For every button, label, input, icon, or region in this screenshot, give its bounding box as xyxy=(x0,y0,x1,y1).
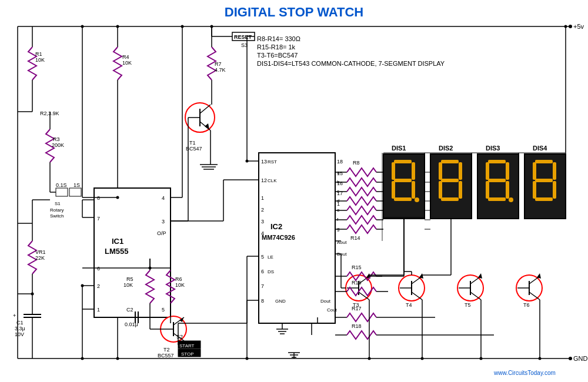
svg-text:3: 3 xyxy=(261,219,264,224)
svg-text:1: 1 xyxy=(97,307,100,313)
svg-point-308 xyxy=(539,357,542,360)
svg-text:10K: 10K xyxy=(175,282,185,288)
svg-text:R4: R4 xyxy=(122,54,129,60)
svg-text:IC1: IC1 xyxy=(112,237,123,246)
svg-text:RESET: RESET xyxy=(234,34,252,40)
svg-text:DIS4: DIS4 xyxy=(533,145,547,152)
svg-text:T2: T2 xyxy=(163,347,170,353)
svg-text:7: 7 xyxy=(97,216,100,222)
svg-text:O/P: O/P xyxy=(157,230,166,236)
svg-point-342 xyxy=(116,196,119,199)
svg-text:R1: R1 xyxy=(35,51,42,57)
svg-rect-233 xyxy=(533,162,536,180)
svg-rect-214 xyxy=(441,179,459,182)
svg-rect-201 xyxy=(392,162,395,180)
svg-text:R6: R6 xyxy=(175,276,182,282)
svg-text:18: 18 xyxy=(337,159,343,165)
svg-text:10K: 10K xyxy=(123,282,133,288)
svg-rect-232 xyxy=(535,160,553,163)
svg-text:MM74C926: MM74C926 xyxy=(262,234,295,241)
svg-rect-226 xyxy=(506,181,509,199)
svg-text:R17: R17 xyxy=(352,306,362,311)
svg-rect-216 xyxy=(459,181,462,199)
svg-text:R15-R18= 1k: R15-R18= 1k xyxy=(257,43,296,51)
svg-rect-215 xyxy=(439,181,442,199)
svg-point-175 xyxy=(246,160,249,163)
svg-text:GND: GND xyxy=(573,355,588,362)
svg-text:LE: LE xyxy=(268,254,273,260)
svg-text:C2: C2 xyxy=(126,307,133,313)
svg-point-108 xyxy=(149,267,152,270)
svg-point-75 xyxy=(116,25,119,28)
svg-rect-203 xyxy=(394,179,412,182)
svg-rect-237 xyxy=(553,181,556,199)
svg-text:www.CircuitsToday.com: www.CircuitsToday.com xyxy=(493,370,556,376)
svg-rect-221 xyxy=(488,160,506,163)
svg-text:10V: 10V xyxy=(15,331,24,337)
svg-text:2: 2 xyxy=(261,207,264,213)
svg-text:R8: R8 xyxy=(353,160,360,166)
svg-text:22K: 22K xyxy=(35,255,45,261)
svg-rect-236 xyxy=(533,181,536,199)
svg-text:T5: T5 xyxy=(465,302,471,308)
svg-text:T1: T1 xyxy=(189,140,196,146)
svg-point-331 xyxy=(81,284,84,287)
svg-text:4.7K: 4.7K xyxy=(215,67,226,73)
svg-text:10K: 10K xyxy=(122,60,132,66)
svg-rect-211 xyxy=(441,160,459,163)
svg-rect-31 xyxy=(69,188,81,196)
svg-text:3.3μ: 3.3μ xyxy=(15,326,25,331)
svg-text:0.1S: 0.1S xyxy=(56,182,67,188)
svg-text:7: 7 xyxy=(261,283,264,289)
svg-rect-213 xyxy=(459,162,462,180)
svg-text:R2,3.9K: R2,3.9K xyxy=(40,110,59,116)
svg-text:T4: T4 xyxy=(406,302,412,308)
svg-text:DS: DS xyxy=(268,269,274,274)
title: DIGITAL STOP WATCH xyxy=(225,5,363,19)
svg-rect-225 xyxy=(486,181,489,199)
svg-rect-205 xyxy=(412,181,415,199)
svg-text:5: 5 xyxy=(162,307,165,313)
svg-text:8: 8 xyxy=(97,195,100,201)
svg-text:T3-T6=BC547: T3-T6=BC547 xyxy=(257,52,298,59)
svg-text:S1: S1 xyxy=(55,201,61,206)
svg-rect-200 xyxy=(394,160,412,163)
svg-text:0.01μ: 0.01μ xyxy=(125,321,138,327)
svg-rect-238 xyxy=(535,197,553,201)
svg-rect-204 xyxy=(392,181,395,199)
svg-rect-210 xyxy=(430,154,472,219)
svg-text:R7: R7 xyxy=(215,61,222,67)
svg-text:8: 8 xyxy=(261,298,264,304)
svg-text:6: 6 xyxy=(97,266,100,272)
svg-text:LM555: LM555 xyxy=(105,247,128,256)
svg-text:Rotary: Rotary xyxy=(50,207,64,213)
svg-text:START: START xyxy=(179,343,195,349)
svg-text:CLK: CLK xyxy=(268,178,277,183)
svg-text:12: 12 xyxy=(261,177,267,183)
svg-point-352 xyxy=(564,25,567,28)
svg-rect-199 xyxy=(383,154,425,219)
svg-text:STOP: STOP xyxy=(181,351,194,357)
svg-point-306 xyxy=(480,357,483,360)
svg-text:10K: 10K xyxy=(35,57,45,63)
svg-rect-220 xyxy=(477,154,519,219)
svg-point-344 xyxy=(31,293,34,296)
svg-text:T6: T6 xyxy=(523,302,530,308)
svg-rect-224 xyxy=(488,179,506,182)
svg-point-302 xyxy=(368,357,371,360)
svg-point-4 xyxy=(569,357,572,360)
svg-text:R8-R14= 330Ω: R8-R14= 330Ω xyxy=(257,35,300,42)
svg-rect-212 xyxy=(439,162,442,180)
svg-text:DIS3: DIS3 xyxy=(486,145,500,152)
svg-text:5: 5 xyxy=(261,254,264,260)
svg-text:RST: RST xyxy=(268,159,277,165)
svg-text:R15: R15 xyxy=(352,264,362,270)
svg-text:S2: S2 xyxy=(176,334,183,340)
svg-point-207 xyxy=(415,197,419,202)
svg-text:3: 3 xyxy=(162,219,165,224)
svg-text:DIS1-DIS4=LT543 COMMON-CATHODE: DIS1-DIS4=LT543 COMMON-CATHODE, 7-SEGMEN… xyxy=(257,60,445,67)
svg-rect-217 xyxy=(441,197,459,201)
svg-text:R16: R16 xyxy=(352,280,362,286)
svg-text:IC2: IC2 xyxy=(270,222,282,231)
svg-point-130 xyxy=(116,357,119,360)
